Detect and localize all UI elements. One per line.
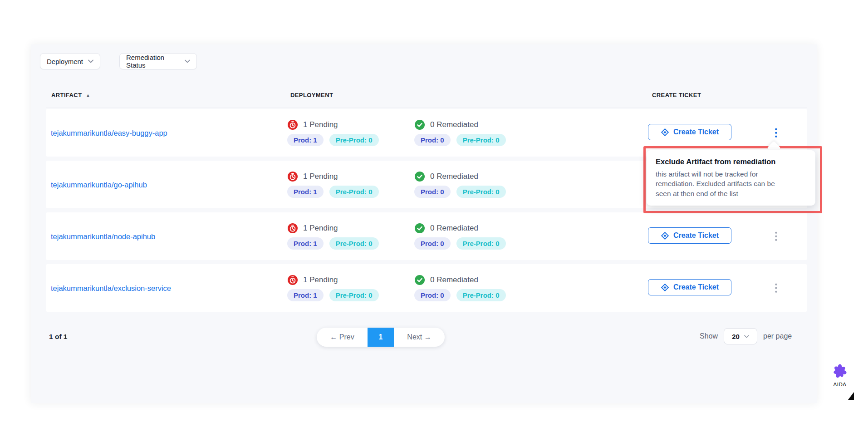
pending-label: 1 Pending xyxy=(303,120,338,129)
pending-timer-icon xyxy=(287,275,298,285)
remediated-group: 0 Remediated Prod: 0 Pre-Prod: 0 xyxy=(414,223,506,250)
row-actions-kebab-menu[interactable] xyxy=(771,125,781,140)
pending-label: 1 Pending xyxy=(303,172,338,181)
artifact-link[interactable]: tejakummarikuntla/exclusion-service xyxy=(51,284,171,292)
remediated-check-icon xyxy=(414,119,425,130)
prod-count-badge: Prod: 0 xyxy=(414,237,451,250)
sort-ascending-icon: ▲ xyxy=(86,93,90,98)
artifact-link[interactable]: tejakummarikuntla/easy-buggy-app xyxy=(51,128,167,137)
page-size-value: 20 xyxy=(732,333,740,340)
ticket-diamond-icon xyxy=(661,283,669,292)
prod-count-badge: Prod: 1 xyxy=(287,237,324,250)
ticket-diamond-icon xyxy=(661,128,669,137)
preprod-count-badge: Pre-Prod: 0 xyxy=(456,134,506,146)
create-ticket-label: Create Ticket xyxy=(673,283,719,291)
remediated-label: 0 Remediated xyxy=(430,224,478,233)
row-actions-kebab-menu[interactable] xyxy=(771,229,781,244)
page-size-select[interactable]: 20 xyxy=(724,328,757,344)
pending-group: 1 Pending Prod: 1 Pre-Prod: 0 xyxy=(287,119,379,146)
create-ticket-button[interactable]: Create Ticket xyxy=(648,227,731,244)
page-size-control: Show 20 per page xyxy=(700,328,792,344)
create-ticket-label: Create Ticket xyxy=(673,231,719,240)
aida-label: AIDA xyxy=(829,382,850,387)
create-ticket-button[interactable]: Create Ticket xyxy=(648,124,731,140)
pending-timer-icon xyxy=(287,119,298,130)
preprod-count-badge: Pre-Prod: 0 xyxy=(329,237,379,250)
remediated-check-icon xyxy=(414,171,425,182)
remediation-status-filter-dropdown[interactable]: Remediation Status xyxy=(119,53,197,69)
preprod-count-badge: Pre-Prod: 0 xyxy=(329,289,379,301)
artifact-link[interactable]: tejakummarikuntla/go-apihub xyxy=(51,180,147,189)
prod-count-badge: Prod: 1 xyxy=(287,134,324,146)
remediated-group: 0 Remediated Prod: 0 Pre-Prod: 0 xyxy=(414,171,506,198)
tooltip-title: Exclude Artifact from remediation xyxy=(656,157,806,166)
aida-widget-launcher[interactable]: AIDA xyxy=(829,363,850,387)
chevron-down-icon xyxy=(744,335,749,338)
remediation-status-filter-label: Remediation Status xyxy=(126,54,185,69)
remediated-label: 0 Remediated xyxy=(430,275,478,285)
table-row: tejakummarikuntla/node-apihub 1 Pending … xyxy=(46,212,807,260)
chevron-down-icon xyxy=(185,59,190,63)
prod-count-badge: Prod: 0 xyxy=(414,134,451,146)
remediated-label: 0 Remediated xyxy=(430,120,478,129)
pending-label: 1 Pending xyxy=(303,224,338,233)
column-header-artifact[interactable]: ARTIFACT▲ xyxy=(51,92,90,98)
table-header-row: ARTIFACT▲ DEPLOYMENT CREATE TICKET xyxy=(46,87,807,108)
pending-group: 1 Pending Prod: 1 Pre-Prod: 0 xyxy=(287,171,379,198)
prod-count-badge: Prod: 0 xyxy=(414,186,451,198)
next-page-button[interactable]: Next → xyxy=(394,333,445,341)
deployment-filter-label: Deployment xyxy=(47,58,83,65)
remediated-group: 0 Remediated Prod: 0 Pre-Prod: 0 xyxy=(414,119,506,146)
pending-timer-icon xyxy=(287,171,298,182)
ticket-diamond-icon xyxy=(661,231,669,240)
prev-page-button[interactable]: ← Prev xyxy=(317,333,368,341)
pending-label: 1 Pending xyxy=(303,275,338,285)
column-header-deployment: DEPLOYMENT xyxy=(290,92,333,98)
remediation-table-card: Deployment Remediation Status ARTIFACT▲ … xyxy=(31,44,817,403)
preprod-count-badge: Pre-Prod: 0 xyxy=(456,186,506,198)
artifact-link[interactable]: tejakummarikuntla/node-apihub xyxy=(51,232,155,241)
chevron-down-icon xyxy=(88,59,93,63)
per-page-label: per page xyxy=(763,332,792,340)
exclude-artifact-tooltip: Exclude Artifact from remediation this a… xyxy=(647,150,815,206)
prod-count-badge: Prod: 0 xyxy=(414,289,451,301)
current-page-button[interactable]: 1 xyxy=(368,328,394,347)
table-row: tejakummarikuntla/exclusion-service 1 Pe… xyxy=(46,264,807,312)
page-count-summary: 1 of 1 xyxy=(49,333,67,341)
pending-group: 1 Pending Prod: 1 Pre-Prod: 0 xyxy=(287,275,379,301)
remediated-check-icon xyxy=(414,275,425,285)
preprod-count-badge: Pre-Prod: 0 xyxy=(456,289,506,301)
aida-flower-logo xyxy=(832,363,848,379)
create-ticket-label: Create Ticket xyxy=(673,128,719,136)
show-label: Show xyxy=(700,332,718,340)
prod-count-badge: Prod: 1 xyxy=(287,289,324,301)
row-actions-kebab-menu[interactable] xyxy=(771,280,781,295)
preprod-count-badge: Pre-Prod: 0 xyxy=(329,186,379,198)
cursor-artifact xyxy=(848,392,854,400)
remediated-group: 0 Remediated Prod: 0 Pre-Prod: 0 xyxy=(414,275,506,301)
preprod-count-badge: Pre-Prod: 0 xyxy=(329,134,379,146)
remediated-check-icon xyxy=(414,223,425,234)
remediated-label: 0 Remediated xyxy=(430,172,478,181)
pending-timer-icon xyxy=(287,223,298,234)
pagination-control: ← Prev 1 Next → xyxy=(317,328,445,347)
artifact-header-label: ARTIFACT xyxy=(51,92,82,98)
prod-count-badge: Prod: 1 xyxy=(287,186,324,198)
pending-group: 1 Pending Prod: 1 Pre-Prod: 0 xyxy=(287,223,379,250)
tooltip-body: this artifact will not be tracked for re… xyxy=(656,169,790,198)
preprod-count-badge: Pre-Prod: 0 xyxy=(456,237,506,250)
create-ticket-button[interactable]: Create Ticket xyxy=(648,279,731,295)
deployment-filter-dropdown[interactable]: Deployment xyxy=(40,53,100,69)
column-header-create-ticket: CREATE TICKET xyxy=(652,92,701,98)
